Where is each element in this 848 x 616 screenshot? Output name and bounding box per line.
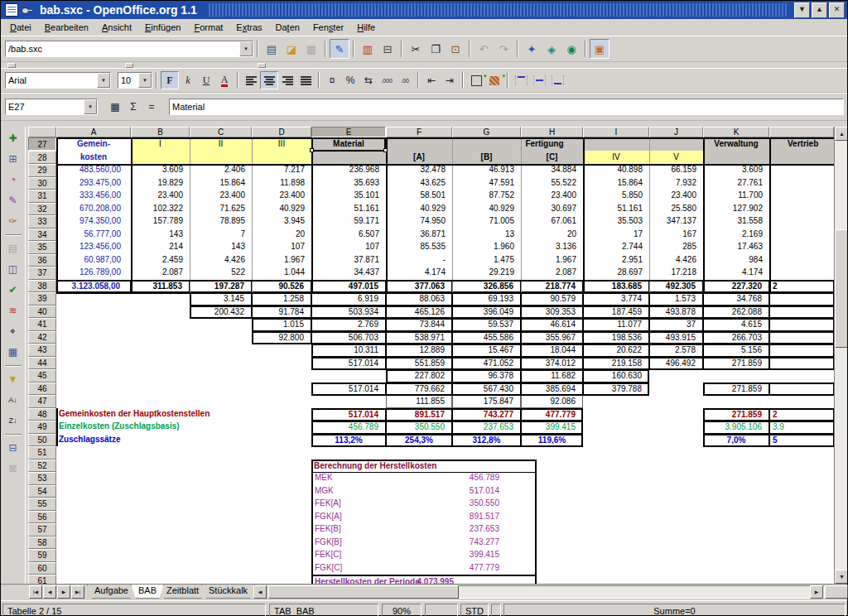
cell-H46[interactable]: 385.694: [521, 383, 583, 396]
cell-I30[interactable]: 15.864: [583, 177, 649, 190]
row-header-48[interactable]: 48: [28, 408, 56, 421]
cell-E42[interactable]: 506.703: [311, 331, 386, 344]
cell-H49[interactable]: 399.415: [521, 421, 583, 434]
cell-E38[interactable]: 497.015: [311, 280, 386, 293]
col-header-B[interactable]: B: [131, 127, 190, 137]
cell-J29[interactable]: 66.159: [649, 164, 703, 177]
cell-E49[interactable]: 456.789: [311, 421, 386, 434]
col-header-K[interactable]: K: [703, 127, 769, 137]
cell-H38[interactable]: 218.774: [521, 280, 583, 293]
cell-A30[interactable]: 293.475,00: [56, 177, 131, 190]
row-header-34[interactable]: 34: [28, 229, 56, 242]
cell-F35[interactable]: 85.535: [386, 241, 452, 254]
row-header-45[interactable]: 45: [28, 369, 56, 383]
spellcheck-icon[interactable]: ✔: [3, 280, 23, 300]
stylist-icon[interactable]: ◈: [542, 39, 561, 59]
cell-A35[interactable]: 123.456,00: [56, 241, 131, 254]
cell-J40[interactable]: 493.878: [649, 306, 703, 319]
split-window-icon[interactable]: ⊟: [3, 438, 23, 458]
cell-G45[interactable]: 96.378: [452, 369, 521, 383]
cell-D32[interactable]: 40.929: [252, 203, 311, 216]
cell-D40[interactable]: 91.784: [252, 306, 311, 319]
cell-J36[interactable]: 4.426: [649, 254, 703, 267]
cell-G29[interactable]: 46.913: [452, 164, 521, 177]
cell-H42[interactable]: 355.967: [521, 331, 583, 344]
cell-E30[interactable]: 35.693: [311, 177, 386, 190]
cell-L43[interactable]: [769, 344, 834, 357]
col-header-I[interactable]: I: [583, 127, 649, 137]
cell-C33[interactable]: 78.895: [190, 215, 252, 229]
redo-icon[interactable]: ↷: [494, 39, 513, 59]
cell-J42[interactable]: 493.915: [649, 331, 703, 344]
col-header-C[interactable]: C: [190, 127, 252, 137]
hscroll-right-icon[interactable]: ▶: [810, 585, 823, 599]
cell-E41[interactable]: 2.769: [311, 318, 386, 331]
cell-H33[interactable]: 67.061: [521, 215, 583, 229]
cell-B33[interactable]: 157.789: [131, 215, 190, 229]
cell-I31[interactable]: 5.850: [583, 190, 649, 203]
row-header-61[interactable]: 61: [28, 575, 56, 584]
draw-functions-icon[interactable]: ✎: [3, 190, 23, 210]
cell-L48[interactable]: 2: [769, 408, 834, 421]
formula-input[interactable]: [170, 99, 843, 114]
cell-A33[interactable]: 974.350,00: [56, 215, 131, 229]
italic-icon[interactable]: k: [179, 71, 197, 89]
cell-I33[interactable]: 35.503: [583, 215, 649, 229]
cell-K49[interactable]: 3.905.106: [703, 421, 769, 434]
cell-J39[interactable]: 1.573: [649, 292, 703, 306]
row-header-56[interactable]: 56: [28, 511, 56, 524]
menu-item-ansicht[interactable]: Ansicht: [95, 21, 138, 34]
cell-K35[interactable]: 17.463: [703, 241, 769, 254]
row-header-39[interactable]: 39: [28, 292, 56, 306]
cell-F32[interactable]: 40.929: [386, 203, 452, 216]
cell-G49[interactable]: 237.653: [452, 421, 521, 434]
cell-D41[interactable]: 1.015: [252, 318, 311, 331]
menu-item-fenster[interactable]: Fenster: [306, 21, 350, 34]
cell-A29[interactable]: 483.560,00: [56, 164, 131, 177]
header-roman-I[interactable]: I: [131, 137, 190, 151]
number-percent-icon[interactable]: %: [341, 71, 359, 89]
cell-F45[interactable]: 227.802: [386, 369, 452, 383]
menu-item-extras[interactable]: Extras: [229, 21, 268, 34]
cell-B34[interactable]: 143: [131, 229, 190, 242]
cell-L42[interactable]: [769, 331, 834, 344]
cell-D33[interactable]: 3.945: [252, 215, 311, 229]
prev-sheet-button[interactable]: ◀: [43, 585, 56, 599]
align-bottom-icon[interactable]: [548, 71, 566, 89]
cell-J33[interactable]: 347.137: [649, 215, 703, 229]
cell-B36[interactable]: 2.459: [131, 254, 190, 267]
font-size-dropdown-icon[interactable]: ▼: [138, 73, 152, 88]
cell-J35[interactable]: 285: [649, 241, 703, 254]
header-[C][interactable]: [C]: [521, 151, 583, 164]
font-name-input[interactable]: [6, 73, 97, 88]
cell-H29[interactable]: 34.884: [521, 164, 583, 177]
sum-icon[interactable]: Σ: [124, 98, 142, 116]
number-currency-icon[interactable]: ¤: [323, 71, 341, 89]
cell-A34[interactable]: 56.777,00: [56, 229, 131, 242]
edit-file-icon[interactable]: ✎: [330, 39, 349, 59]
cell-D30[interactable]: 11.898: [252, 177, 311, 190]
cell-D34[interactable]: 20: [252, 229, 311, 242]
col-header-J[interactable]: J: [649, 127, 703, 137]
status-sum[interactable]: Summe=0: [504, 604, 846, 616]
cell-H41[interactable]: 46.614: [521, 318, 583, 331]
cell-G31[interactable]: 87.752: [452, 190, 521, 203]
row-header-46[interactable]: 46: [28, 383, 56, 396]
cell-C32[interactable]: 71.625: [190, 203, 252, 216]
cell-F39[interactable]: 88.063: [386, 292, 452, 306]
scroll-up-icon[interactable]: ▲: [835, 127, 847, 141]
themes-icon[interactable]: ◫: [3, 259, 23, 279]
cell-B38[interactable]: 311.853: [131, 280, 190, 293]
cell-F34[interactable]: 36.871: [386, 229, 452, 242]
selection-handle-br[interactable]: [383, 148, 388, 152]
cell-K48[interactable]: 271.859: [703, 408, 769, 421]
cell-K41[interactable]: 4.615: [703, 318, 769, 331]
cell-G34[interactable]: 13: [452, 229, 521, 242]
cell-A32[interactable]: 670.208,00: [56, 203, 131, 216]
cell-L38[interactable]: 2: [769, 280, 834, 293]
cell-I34[interactable]: 17: [583, 229, 649, 242]
cell-A36[interactable]: 60.987,00: [56, 254, 131, 267]
col-header-H[interactable]: H: [521, 127, 583, 137]
cell-G48[interactable]: 743.277: [452, 408, 521, 421]
url-combo[interactable]: ▼: [5, 41, 253, 57]
